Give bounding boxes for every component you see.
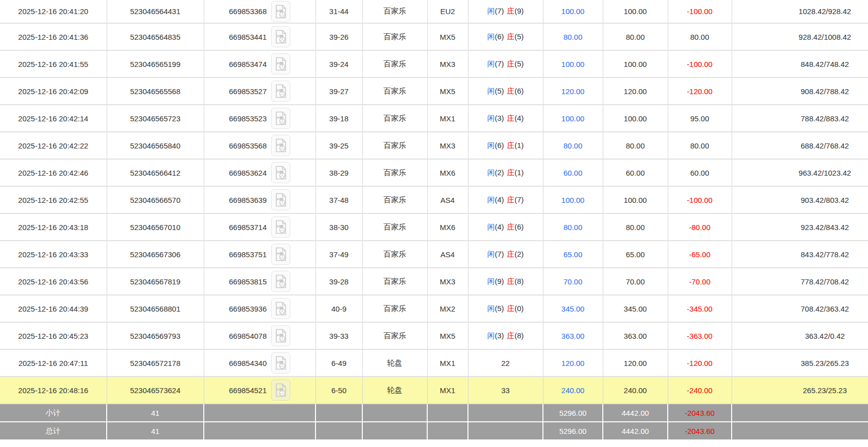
cell-valid-bet: 345.00: [603, 295, 668, 322]
cell-game-type: 百家乐: [362, 186, 427, 213]
round-number-group: 669853624: [229, 162, 290, 183]
video-replay-icon: [275, 84, 287, 98]
cell-bet-amount-link[interactable]: 100.00: [543, 50, 603, 78]
video-replay-button[interactable]: [271, 81, 290, 102]
cell-shoe-round: 39-25: [315, 132, 362, 159]
video-replay-button[interactable]: [271, 135, 290, 156]
cell-serial-number: 523046567819: [107, 268, 204, 295]
round-number-text: 669854078: [229, 332, 267, 340]
cell-balance: 843.42/778.42: [732, 241, 868, 268]
player-score: (5): [495, 87, 504, 95]
video-replay-button[interactable]: [271, 108, 290, 129]
round-number-text: 669853639: [229, 196, 267, 204]
cell-round-number: 669853751: [204, 241, 315, 268]
video-replay-button[interactable]: [271, 352, 290, 374]
cell-table-code: AS4: [427, 186, 468, 213]
video-replay-button[interactable]: [271, 53, 290, 74]
cell-game-result: 闲(5)庄(0): [468, 295, 543, 322]
cell-bet-time: 2025-12-16 20:42:09: [0, 78, 107, 105]
player-label: 闲: [487, 114, 495, 122]
cell-bet-amount-link[interactable]: 65.00: [543, 241, 603, 268]
player-score: (2): [495, 168, 504, 177]
table-summary: 小计 41 5296.00 4442.00 -2043.60 总计 41: [0, 404, 868, 440]
table-row: 2025-12-16 20:42:46 523046566412 6698536…: [0, 159, 868, 186]
cell-game-result: 闲(6)庄(5): [468, 23, 543, 50]
cell-bet-amount-link[interactable]: 100.00: [543, 105, 603, 132]
video-replay-button[interactable]: [271, 271, 290, 292]
cell-bet-amount-link[interactable]: 240.00: [543, 377, 603, 404]
round-number-text: 669853624: [229, 169, 267, 177]
cell-table-code: AS4: [427, 241, 468, 268]
player-label: 闲: [487, 222, 495, 231]
cell-bet-amount-link[interactable]: 363.00: [543, 322, 603, 349]
cell-table-code: MX6: [427, 213, 468, 241]
round-number-group: 669853936: [229, 298, 290, 319]
banker-score: (6): [515, 87, 524, 95]
cell-bet-amount-link[interactable]: 120.00: [543, 349, 603, 377]
baccarat-result: 闲(6)庄(1): [487, 141, 524, 150]
cell-bet-time: 2025-12-16 20:43:56: [0, 268, 107, 295]
cell-win-loss: -100.00: [668, 0, 732, 23]
cell-game-type: 百家乐: [362, 105, 427, 132]
video-replay-button[interactable]: [271, 162, 290, 183]
cell-serial-number: 523046566412: [107, 159, 204, 186]
video-replay-button[interactable]: [271, 26, 290, 47]
player-score: (7): [495, 59, 504, 68]
summary-empty-cell: [732, 422, 868, 440]
cell-bet-amount-link[interactable]: 80.00: [543, 23, 603, 50]
cell-game-result: 33: [468, 377, 543, 404]
video-replay-icon: [275, 111, 287, 125]
cell-game-type: 百家乐: [362, 132, 427, 159]
player-label: 闲: [487, 59, 495, 68]
cell-table-code: MX3: [427, 50, 468, 78]
baccarat-result: 闲(5)庄(6): [487, 87, 524, 95]
baccarat-result: 闲(9)庄(8): [487, 277, 524, 285]
cell-shoe-round: 39-33: [315, 322, 362, 349]
cell-table-code: MX2: [427, 295, 468, 322]
cell-shoe-round: 39-27: [315, 78, 362, 105]
player-label: 闲: [487, 331, 495, 340]
cell-bet-amount-link[interactable]: 80.00: [543, 132, 603, 159]
video-replay-button[interactable]: [271, 244, 290, 265]
cell-balance: 778.42/708.42: [732, 268, 868, 295]
table-row: 2025-12-16 20:42:22 523046565840 6698535…: [0, 132, 868, 159]
summary-row-subtotal: 小计 41 5296.00 4442.00 -2043.60: [0, 404, 868, 422]
cell-serial-number: 523046565723: [107, 105, 204, 132]
cell-shoe-round: 39-18: [315, 105, 362, 132]
round-number-text: 669853368: [229, 7, 267, 16]
baccarat-result: 闲(4)庄(7): [487, 195, 524, 204]
summary-empty-cell: [468, 422, 543, 440]
cell-balance: 788.42/883.42: [732, 105, 868, 132]
cell-game-type: 百家乐: [362, 23, 427, 50]
video-replay-button[interactable]: [271, 298, 290, 319]
cell-bet-amount-link[interactable]: 80.00: [543, 213, 603, 241]
round-number-group: 669854340: [229, 352, 290, 374]
cell-bet-amount-link[interactable]: 100.00: [543, 0, 603, 23]
table-row: 2025-12-16 20:45:23 523046569793 6698540…: [0, 322, 868, 349]
video-replay-button[interactable]: [271, 380, 290, 401]
banker-label: 庄: [507, 141, 515, 150]
video-replay-button[interactable]: [271, 1, 290, 22]
cell-bet-amount-link[interactable]: 345.00: [543, 295, 603, 322]
cell-round-number: 669853474: [204, 50, 315, 78]
cell-table-code: MX3: [427, 268, 468, 295]
video-replay-icon: [275, 274, 287, 288]
video-replay-button[interactable]: [271, 325, 290, 346]
cell-valid-bet: 120.00: [603, 349, 668, 377]
cell-bet-time: 2025-12-16 20:42:14: [0, 105, 107, 132]
video-replay-button[interactable]: [271, 216, 290, 238]
cell-bet-amount-link[interactable]: 70.00: [543, 268, 603, 295]
cell-bet-amount-link[interactable]: 120.00: [543, 78, 603, 105]
cell-game-type: 百家乐: [362, 50, 427, 78]
cell-bet-amount-link[interactable]: 60.00: [543, 159, 603, 186]
video-replay-button[interactable]: [271, 189, 290, 210]
baccarat-result: 闲(3)庄(8): [487, 331, 524, 340]
cell-shoe-round: 37-49: [315, 241, 362, 268]
cell-table-code: EU2: [427, 0, 468, 23]
cell-valid-bet: 80.00: [603, 213, 668, 241]
cell-bet-amount-link[interactable]: 100.00: [543, 186, 603, 213]
table-body: 2025-12-16 20:41:20 523046564431 6698533…: [0, 0, 868, 404]
total-bet-amount: 5296.00: [543, 422, 603, 440]
round-number-text: 669853815: [229, 277, 267, 286]
round-number-group: 669853714: [229, 216, 290, 238]
